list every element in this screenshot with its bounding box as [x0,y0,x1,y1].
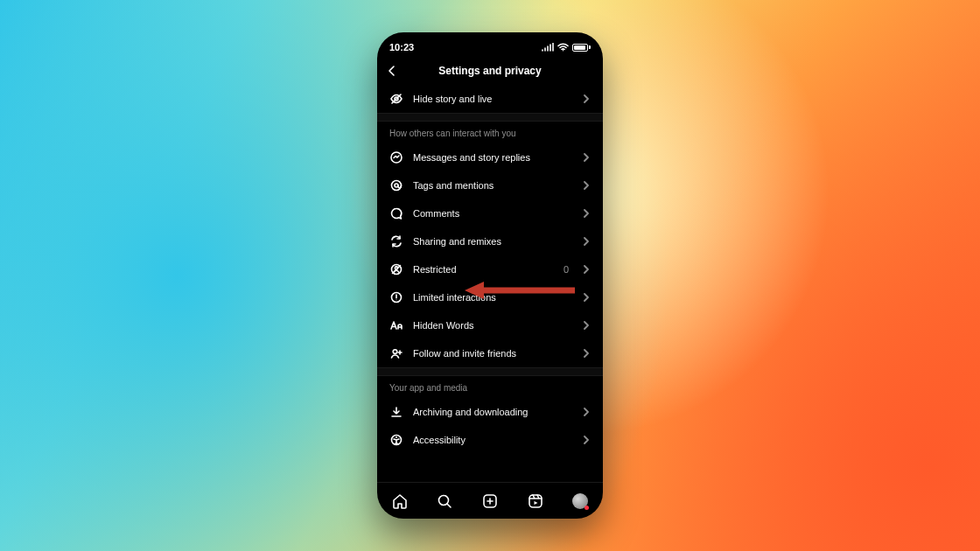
svg-rect-20 [529,495,542,507]
chevron-right-icon [582,349,591,358]
chevron-right-icon [582,265,591,274]
row-label: Hidden Words [413,320,572,331]
row-label: Archiving and downloading [413,407,572,417]
svg-point-0 [563,50,564,51]
tab-reels[interactable] [526,492,545,511]
row-label: Messages and story replies [413,152,572,163]
alert-icon [389,290,403,304]
chevron-right-icon [582,436,591,444]
row-label: Hide story and live [413,94,572,104]
tab-search[interactable] [435,492,454,511]
at-sign-icon [389,178,403,192]
row-label: Follow and invite friends [413,348,572,359]
wifi-icon [557,43,569,52]
chevron-right-icon [582,293,591,302]
reels-icon [527,492,544,510]
back-button[interactable] [386,65,398,77]
row-label: Comments [413,208,572,219]
bottom-tab-bar [377,482,603,519]
row-label: Accessibility [413,435,572,445]
cellular-icon [542,43,554,52]
chevron-right-icon [582,209,591,218]
chevron-right-icon [582,237,591,246]
messenger-icon [389,150,403,164]
chevron-right-icon [582,94,591,103]
tab-create[interactable] [480,492,500,511]
row-label: Sharing and remixes [413,236,572,247]
row-accessibility[interactable]: Accessibility [377,426,603,454]
row-hidden-words[interactable]: Hidden Words [377,311,603,339]
section-title-interact: How others can interact with you [377,122,603,143]
svg-point-11 [396,299,397,300]
row-archiving[interactable]: Archiving and downloading [377,398,603,426]
svg-point-4 [392,181,402,191]
add-user-icon [389,346,403,360]
eye-off-icon [389,92,403,106]
row-tags[interactable]: Tags and mentions [377,171,603,199]
comment-icon [389,206,403,220]
status-indicators: 77 [542,43,591,52]
row-follow-invite[interactable]: Follow and invite friends [377,339,603,367]
row-messages[interactable]: Messages and story replies [377,143,603,171]
section-title-app: Your app and media [377,376,603,398]
download-icon [389,405,403,419]
svg-line-16 [448,504,452,507]
row-label: Restricted [413,264,554,275]
svg-point-14 [396,436,397,438]
text-aa-icon [389,318,403,332]
header-title: Settings and privacy [438,65,541,77]
svg-point-12 [393,350,397,354]
header: Settings and privacy [377,57,603,85]
chevron-right-icon [582,321,591,330]
row-label: Tags and mentions [413,180,572,191]
plus-square-icon [481,492,499,510]
phone-frame: 10:23 77 Settings and privacy Hide story… [377,32,603,519]
tab-profile[interactable] [570,492,590,511]
accessibility-icon [389,433,403,447]
tab-home[interactable] [390,492,410,511]
row-sharing[interactable]: Sharing and remixes [377,227,603,255]
section-separator [377,113,603,122]
row-restricted[interactable]: Restricted 0 [377,255,603,283]
search-icon [436,492,453,510]
status-bar: 10:23 77 [377,32,603,57]
restricted-icon [389,262,403,276]
refresh-icon [389,234,403,248]
avatar-icon [572,493,588,509]
settings-list[interactable]: Hide story and live How others can inter… [377,85,603,482]
chevron-right-icon [582,408,591,416]
row-label: Limited interactions [413,292,572,303]
row-hide-story[interactable]: Hide story and live [377,85,603,113]
status-time: 10:23 [389,42,414,52]
row-limited[interactable]: Limited interactions [377,283,603,311]
chevron-right-icon [582,181,591,190]
battery-icon: 77 [572,44,591,52]
section-separator [377,367,603,376]
home-icon [391,492,409,510]
chevron-right-icon [582,153,591,162]
row-value: 0 [564,264,569,275]
chevron-left-icon [386,65,398,77]
row-comments[interactable]: Comments [377,199,603,227]
